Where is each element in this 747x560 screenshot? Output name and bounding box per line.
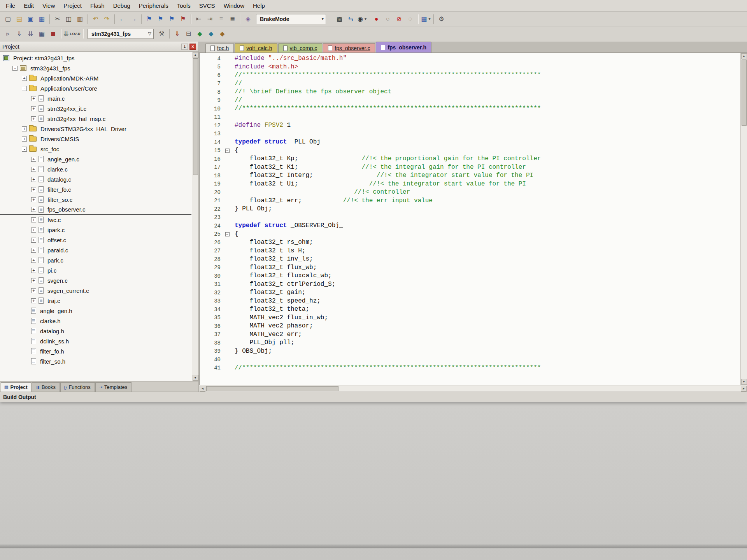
tree-item-application-user-core[interactable]: -Application/User/Core [0,83,191,93]
tree-item-angle-gen-h[interactable]: angle_gen.h [0,306,191,316]
uncomment-selection-icon[interactable]: ≣ [227,13,238,24]
code-line-12[interactable]: 12#define FPSV2 1 [200,121,740,130]
code-line-7[interactable]: 7// [200,80,740,88]
menu-window[interactable]: Window [219,0,249,11]
code-line-41[interactable]: 41//************************************… [200,364,740,373]
scroll-right-icon[interactable]: ► [741,386,747,392]
scroll-up-icon[interactable]: ▲ [741,53,747,59]
code-line-11[interactable]: 11 [200,113,740,122]
close-icon[interactable]: × [189,44,196,50]
code-line-20[interactable]: 20 //!< controller [200,188,740,197]
disable-breakpoint-icon[interactable]: ○ [382,13,393,24]
expand-icon[interactable]: + [31,106,36,111]
panel-tab-templates[interactable]: ⇥Templates [95,382,132,392]
tree-item-angle-gen-c[interactable]: +angle_gen.c [0,154,191,164]
code-line-6[interactable]: 6//*************************************… [200,71,740,80]
menu-project[interactable]: Project [59,0,86,11]
bookmark-toggle-icon[interactable]: ⚑ [144,13,155,24]
code-line-19[interactable]: 19 float32_t Ui; //!< the integrator sta… [200,180,740,189]
panel-tab-functions[interactable]: {}Functions [60,382,95,392]
tree-item-clarke-c[interactable]: +clarke.c [0,164,191,174]
chevron-down-icon[interactable]: ▾ [321,16,324,21]
bookmark-clear-all-icon[interactable]: ⚑ [177,13,189,24]
bookmark-prev-icon[interactable]: ⚑ [155,13,166,24]
expand-icon[interactable]: + [31,217,36,222]
expand-icon[interactable]: + [31,187,36,192]
code-line-8[interactable]: 8//! \brief Defines the fps observer obj… [200,88,740,96]
expand-icon[interactable]: + [22,126,27,131]
bookmark-next-icon[interactable]: ⚑ [166,13,177,24]
code-line-37[interactable]: 37 MATH_vec2 err; [200,331,740,339]
code-line-21[interactable]: 21 float32_t err; //!< the err input val… [200,197,740,205]
target-select[interactable]: stm32g431_fps▽ [88,29,154,39]
menu-help[interactable]: Help [249,0,269,11]
menu-edit[interactable]: Edit [19,0,38,11]
build-output-bar[interactable]: Build Output [0,392,747,402]
expand-icon[interactable]: + [31,298,36,303]
debug-windows-icon[interactable]: ▦▾ [420,13,431,24]
stop-build-icon[interactable]: ◼ [47,28,59,39]
tree-item-application-mdk-arm[interactable]: +Application/MDK-ARM [0,73,191,83]
collapse-icon[interactable]: - [22,147,27,152]
tree-item-svgen-c[interactable]: +svgen.c [0,275,191,285]
expand-icon[interactable]: + [31,268,36,273]
batch-build-icon[interactable]: ▦ [36,28,47,39]
code-line-10[interactable]: 10//************************************… [200,105,740,113]
code-line-33[interactable]: 33 float32_t speed_hz; [200,297,740,306]
incremental-find-icon[interactable]: ⇆ [345,13,356,24]
pin-icon[interactable]: ↧ [181,44,188,50]
code-line-16[interactable]: 16 float32_t Kp; //!< the proportional g… [200,155,740,163]
insert-breakpoint-icon[interactable]: ● [371,13,382,24]
kill-breakpoints-icon[interactable]: ⊘ [393,13,405,24]
code-line-4[interactable]: 4#include "../src_basic/math.h" [200,54,740,63]
scroll-down-icon[interactable]: ▼ [741,379,747,385]
tree-item-drivers-stm32g4xx-hal-driver[interactable]: +Drivers/STM32G4xx_HAL_Driver [0,124,191,134]
scroll-down-icon[interactable]: ▼ [193,375,198,381]
new-file-icon[interactable]: ▢ [2,13,14,24]
tree-item-filter-fo-c[interactable]: +filter_fo.c [0,184,191,194]
tree-item-fps-observer-c[interactable]: +fps_observer.c [0,205,191,215]
expand-icon[interactable]: + [31,228,36,233]
document-tab-foc-h[interactable]: foc.h [205,43,234,52]
fold-marker-icon[interactable]: − [225,149,230,153]
tree-item-stm32g431-fps[interactable]: -stm32g431_fps [0,63,191,73]
code-line-14[interactable]: 14typedef struct _PLL_Obj_ [200,138,740,147]
navigate-forward-icon[interactable]: → [128,13,139,24]
indent-icon[interactable]: ⇥ [204,13,216,24]
navigate-back-icon[interactable]: ← [117,13,128,24]
tree-item-pi-c[interactable]: +pi.c [0,265,191,275]
code-line-38[interactable]: 38 PLL_Obj pll; [200,339,740,347]
code-line-39[interactable]: 39} OBS_Obj; [200,347,740,356]
tree-item-filter-so-c[interactable]: +filter_so.c [0,194,191,205]
tree-item-filter-fo-h[interactable]: filter_fo.h [0,346,191,356]
expand-icon[interactable]: + [31,207,36,212]
panel-tab-project[interactable]: ▤Project [1,382,32,392]
code-line-18[interactable]: 18 float32_t Interg; //!< the integrator… [200,172,740,180]
options-for-target-icon[interactable]: ⚒ [156,28,167,39]
menu-peripherals[interactable]: Peripherals [135,0,173,11]
insert-template-icon[interactable]: ◈ [242,13,254,24]
expand-icon[interactable]: + [31,116,36,121]
tree-item-main-c[interactable]: +main.c [0,93,191,103]
code-editor[interactable]: 4#include "../src_basic/math.h"5#include… [199,53,747,385]
expand-icon[interactable]: + [31,157,36,162]
save-icon[interactable]: ▣ [25,13,36,24]
code-line-40[interactable]: 40 [200,355,740,364]
code-line-29[interactable]: 29 float32_t flux_wb; [200,264,740,272]
code-line-25[interactable]: 25−{ [200,230,740,239]
redo-icon[interactable]: ↷ [101,13,112,24]
scroll-up-icon[interactable]: ▲ [193,52,198,58]
tree-item-park-c[interactable]: +park.c [0,255,191,265]
undo-icon[interactable]: ↶ [90,13,101,24]
collapse-icon[interactable]: - [22,86,27,91]
tree-item-svgen-current-c[interactable]: +svgen_current.c [0,285,191,296]
code-line-13[interactable]: 13 [200,130,740,138]
code-line-22[interactable]: 22} PLL_Obj; [200,205,740,214]
find-in-files-icon[interactable]: ▩ [334,13,345,24]
menu-view[interactable]: View [38,0,59,11]
tree-item-stm32g4xx-hal-msp-c[interactable]: +stm32g4xx_hal_msp.c [0,114,191,124]
tree-item-traj-c[interactable]: +traj.c [0,296,191,306]
code-line-28[interactable]: 28 float32_t inv_ls; [200,255,740,264]
expand-icon[interactable]: + [31,238,36,243]
scroll-left-icon[interactable]: ◄ [200,386,205,392]
